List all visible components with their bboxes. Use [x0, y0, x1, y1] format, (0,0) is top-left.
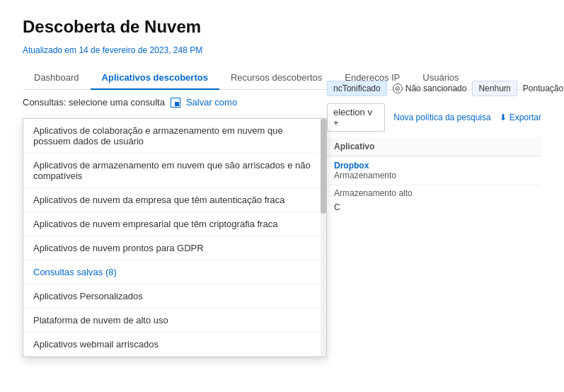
dropdown-item-8[interactable]: Aplicativos webmail arriscados	[23, 333, 326, 357]
dropdown-item-1[interactable]: Aplicativos de armazenamento em nuvem qu…	[23, 154, 326, 188]
consultas-dropdown: Aplicativos de colaboração e armazenamen…	[23, 118, 327, 357]
dropdown-item-4[interactable]: Aplicativos de nuvem prontos para GDPR	[23, 236, 326, 260]
score-tag: Pontuação de risco: 3	[523, 83, 564, 93]
not-sanctioned-icon: ⊘	[393, 83, 403, 93]
extra-row: C	[327, 201, 541, 214]
exportar-icon: ⬇	[500, 113, 507, 122]
salvar-como-button[interactable]: Salvar como	[186, 97, 237, 108]
subcategory-label: Armazenamento alto	[334, 188, 413, 198]
consultas-label: Consultas: selecione uma consulta	[23, 97, 165, 108]
exportar-label: Exportar	[510, 113, 541, 122]
filter-nenhum[interactable]: Nenhum	[472, 81, 517, 96]
tab-recursos-descobertos[interactable]: Recursos descobertos	[219, 67, 333, 90]
selection-dropdown[interactable]: election v +	[327, 103, 385, 132]
app-name: Dropbox	[327, 161, 403, 171]
main-content: Consultas: selecione uma consulta Salvar…	[23, 90, 541, 245]
extra-label: C	[334, 202, 340, 212]
table-header: Aplicativo	[327, 137, 541, 156]
page-container: Descoberta de Nuvem Atualizado em 14 de …	[0, 0, 564, 245]
tab-dashboard[interactable]: Dashboard	[23, 67, 91, 90]
nenhum-label: Nenhum	[478, 83, 510, 93]
col-aplicativo: Aplicativo	[327, 142, 381, 151]
dropdown-item-2[interactable]: Aplicativos de nuvem da empresa que têm …	[23, 188, 326, 212]
tab-aplicativos-descobertos[interactable]: Aplicativos descobertos	[91, 67, 219, 90]
table-area: Aplicativo Dropbox Armazenamento Armazen…	[327, 137, 541, 214]
select-box-icon	[171, 98, 180, 108]
dropdown-scrollbar-thumb	[321, 119, 326, 214]
update-info: Atualizado em 14 de fevereiro de 2023, 2…	[23, 45, 541, 55]
table-row-dropbox[interactable]: Dropbox Armazenamento	[327, 156, 541, 185]
consulta-select-icon[interactable]	[171, 98, 180, 108]
not-sanctioned-label: Não sancionado	[405, 83, 467, 93]
dropdown-item-5[interactable]: Consultas salvas (8)	[23, 260, 326, 284]
page-title: Descoberta de Nuvem	[23, 17, 541, 37]
dropdown-item-3[interactable]: Aplicativos de nuvem empresarial que têm…	[23, 212, 326, 236]
subcategory-row: Armazenamento alto	[327, 185, 541, 201]
filter-sanctioned[interactable]: ncTonificado	[327, 81, 387, 96]
nova-politica-button[interactable]: Nova política da pesquisa	[393, 113, 490, 122]
app-cell: Dropbox Armazenamento	[327, 161, 403, 180]
selection-label: election v +	[333, 107, 379, 128]
dropdown-item-0[interactable]: Aplicativos de colaboração e armazenamen…	[23, 119, 326, 154]
sanctioned-label: ncTonificado	[333, 83, 381, 93]
exportar-button[interactable]: ⬇ Exportar	[500, 113, 541, 122]
app-category: Armazenamento	[327, 171, 403, 180]
dropdown-scrollbar[interactable]	[321, 119, 326, 357]
dropdown-item-7[interactable]: Plataforma de nuvem de alto uso	[23, 309, 326, 333]
dropdown-item-6[interactable]: Aplicativos Personalizados	[23, 284, 326, 309]
filter-not-sanctioned[interactable]: ⊘ Não sancionado	[393, 83, 467, 93]
